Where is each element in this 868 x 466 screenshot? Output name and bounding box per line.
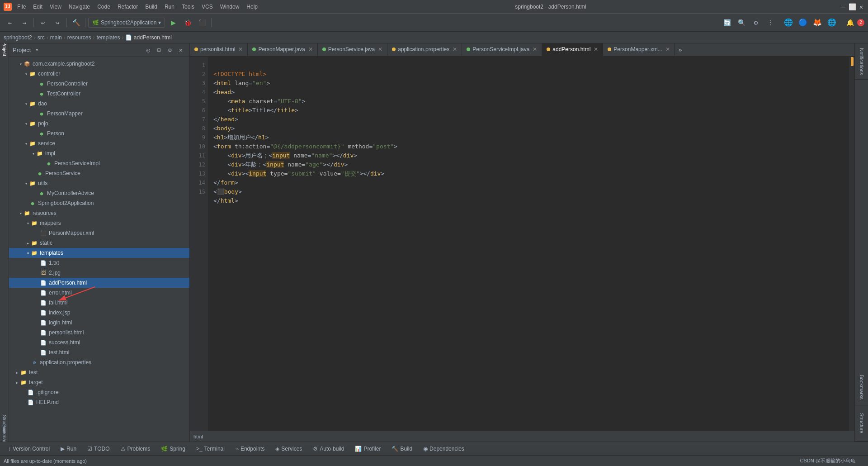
- toolbar-more-btn[interactable]: ⋮: [764, 16, 777, 29]
- browser-icon-3[interactable]: 🦊: [811, 16, 824, 29]
- toolbar-undo-btn[interactable]: ↩: [37, 16, 49, 29]
- browser-icon-2[interactable]: 🔵: [797, 16, 809, 29]
- tree-item-templates[interactable]: 📁 templates: [9, 248, 189, 258]
- run-button[interactable]: ▶: [167, 16, 179, 29]
- tab-PersonService-java[interactable]: PersonService.java ✕: [318, 43, 387, 56]
- tab-addPerson-active[interactable]: addPerson.html ✕: [542, 43, 603, 56]
- tab-close-btn[interactable]: ✕: [453, 46, 457, 52]
- breadcrumb-resources[interactable]: resources: [67, 34, 91, 41]
- tree-item-test-folder[interactable]: 📁 test: [9, 367, 189, 377]
- tab-PersonServiceImpl[interactable]: PersonServiceImpl.java ✕: [462, 43, 542, 56]
- breadcrumb-src[interactable]: src: [38, 34, 45, 41]
- tab-close-btn[interactable]: ✕: [533, 46, 537, 52]
- tab-personlist[interactable]: personlist.html ✕: [190, 43, 248, 56]
- panel-collapse-btn[interactable]: ⊟: [154, 45, 164, 55]
- toolbar-build-btn[interactable]: 🔨: [70, 16, 82, 29]
- tree-item-success[interactable]: 📄 success.html: [9, 338, 189, 347]
- bottom-tab-run[interactable]: ▶ Run: [56, 444, 81, 454]
- breadcrumb-main[interactable]: main: [50, 34, 62, 41]
- menu-build[interactable]: Build: [142, 2, 161, 12]
- tree-item-app-props[interactable]: ⚙ application.properties: [9, 357, 189, 367]
- tree-item-utils[interactable]: 📁 utils: [9, 178, 189, 188]
- tree-item-PersonController[interactable]: ● PersonController: [9, 79, 189, 89]
- tree-item-help-md[interactable]: 📄 HELP.md: [9, 397, 189, 407]
- breadcrumb-templates[interactable]: templates: [96, 34, 120, 41]
- tree-item-fail[interactable]: 📄 fail.html: [9, 298, 189, 308]
- tree-item-PersonMapper-xml[interactable]: ⬛ PersonMapper.xml: [9, 228, 189, 238]
- tab-PersonMapper-xml[interactable]: PersonMapper.xm... ✕: [603, 43, 675, 56]
- tree-item-resources[interactable]: 📁 resources: [9, 208, 189, 218]
- browser-icon-4[interactable]: 🌐: [826, 16, 838, 29]
- tree-item-error[interactable]: 📄 error.html: [9, 288, 189, 298]
- tree-item-com-example[interactable]: 📦 com.example.springboot2: [9, 59, 189, 69]
- debug-button[interactable]: 🐞: [181, 16, 194, 29]
- tree-item-MyControllerAdvice[interactable]: ● MyControllerAdvice: [9, 188, 189, 198]
- tree-item-dao[interactable]: 📁 dao: [9, 99, 189, 109]
- run-config-dropdown[interactable]: ▾: [158, 19, 161, 26]
- editor-scrollbar[interactable]: [849, 57, 854, 431]
- menu-code[interactable]: Code: [94, 2, 114, 12]
- browser-icon-1[interactable]: 🌐: [782, 16, 795, 29]
- minimize-button[interactable]: —: [840, 4, 846, 10]
- menu-view[interactable]: View: [46, 2, 65, 12]
- tab-PersonMapper-java[interactable]: PersonMapper.java ✕: [248, 43, 317, 56]
- tree-item-indexjsp[interactable]: 📄 index.jsp: [9, 308, 189, 318]
- tab-close-btn[interactable]: ✕: [665, 46, 670, 52]
- tree-item-mappers[interactable]: 📁 mappers: [9, 218, 189, 228]
- toolbar-search-btn[interactable]: 🔍: [735, 16, 748, 29]
- tree-item-impl[interactable]: 📁 impl: [9, 148, 189, 158]
- tree-item-personlist[interactable]: 📄 personlist.html: [9, 328, 189, 338]
- tree-item-1txt[interactable]: 📄 1.txt: [9, 258, 189, 268]
- breadcrumb-springboot2[interactable]: springboot2: [4, 34, 32, 41]
- toolbar-redo-btn[interactable]: ↪: [51, 16, 64, 29]
- bottom-tab-problems[interactable]: ⚠ Problems: [116, 444, 155, 454]
- bottom-tab-profiler[interactable]: 📊 Profiler: [350, 444, 385, 454]
- menu-vcs[interactable]: VCS: [198, 2, 217, 12]
- menu-navigate[interactable]: Navigate: [65, 2, 94, 12]
- panel-locate-btn[interactable]: ◎: [143, 45, 153, 55]
- panel-dropdown[interactable]: ▾: [35, 47, 38, 53]
- menu-refactor[interactable]: Refactor: [114, 2, 142, 12]
- tree-item-gitignore[interactable]: 📄 .gitignore: [9, 387, 189, 397]
- tree-item-PersonService[interactable]: ● PersonService: [9, 168, 189, 178]
- tab-close-btn[interactable]: ✕: [308, 46, 313, 52]
- toolbar-forward-btn[interactable]: →: [18, 16, 31, 29]
- bottom-tab-build[interactable]: 🔨 Build: [387, 444, 417, 454]
- panel-close-btn[interactable]: ✕: [176, 45, 186, 55]
- tree-item-Springboot2Application[interactable]: ● Springboot2Application: [9, 198, 189, 208]
- toolbar-update-btn[interactable]: 🔄: [721, 16, 733, 29]
- tree-item-PersonMapper[interactable]: ● PersonMapper: [9, 109, 189, 119]
- panel-settings-btn[interactable]: ⚙: [165, 45, 175, 55]
- right-panel-notifications[interactable]: Notifications: [855, 43, 868, 80]
- tab-close-btn[interactable]: ✕: [594, 46, 598, 52]
- bottom-tab-endpoints[interactable]: ⌁ Endpoints: [231, 444, 269, 454]
- bottom-tab-auto-build[interactable]: ⚙ Auto-build: [308, 444, 349, 454]
- bottom-tab-services[interactable]: ◈ Services: [271, 444, 307, 454]
- right-panel-bookmarks[interactable]: Bookmarks: [855, 369, 868, 405]
- bottom-tab-spring[interactable]: 🌿 Spring: [156, 444, 190, 454]
- tab-close-btn[interactable]: ✕: [378, 46, 382, 52]
- tree-item-test[interactable]: 📄 test.html: [9, 347, 189, 357]
- tab-application-prop[interactable]: application.properties ✕: [387, 43, 462, 56]
- right-panel-structure[interactable]: Structure: [855, 405, 868, 442]
- tree-item-pojo[interactable]: 📁 pojo: [9, 119, 189, 128]
- tree-item-addPerson[interactable]: 📄 addPerson.html: [9, 278, 189, 288]
- code-editor[interactable]: <!DOCTYPE html> <html lang="en"> <head> …: [208, 57, 849, 431]
- menu-window[interactable]: Window: [217, 2, 243, 12]
- tree-item-static[interactable]: 📁 static: [9, 238, 189, 248]
- menu-file[interactable]: File: [14, 2, 29, 12]
- tab-close-btn[interactable]: ✕: [238, 46, 243, 52]
- bottom-tab-todo[interactable]: ☑ TODO: [83, 444, 114, 454]
- bottom-tab-version-control[interactable]: ↕ Version Control: [4, 444, 54, 454]
- tree-item-controller[interactable]: 📁 controller: [9, 69, 189, 79]
- bottom-tab-terminal[interactable]: >_ Terminal: [192, 444, 229, 454]
- stop-button[interactable]: ⬛: [196, 16, 208, 29]
- tree-item-PersonServiceImpl[interactable]: ● PersonServiceImpl: [9, 158, 189, 168]
- tree-item-TestController[interactable]: ● TestController: [9, 89, 189, 99]
- close-button[interactable]: ✕: [858, 4, 864, 10]
- menu-run[interactable]: Run: [161, 2, 178, 12]
- menu-help[interactable]: Help: [243, 2, 261, 12]
- toolbar-back-btn[interactable]: ←: [4, 16, 16, 29]
- bottom-tab-dependencies[interactable]: ◉ Dependencies: [419, 444, 469, 454]
- tabs-overflow[interactable]: »: [675, 43, 686, 56]
